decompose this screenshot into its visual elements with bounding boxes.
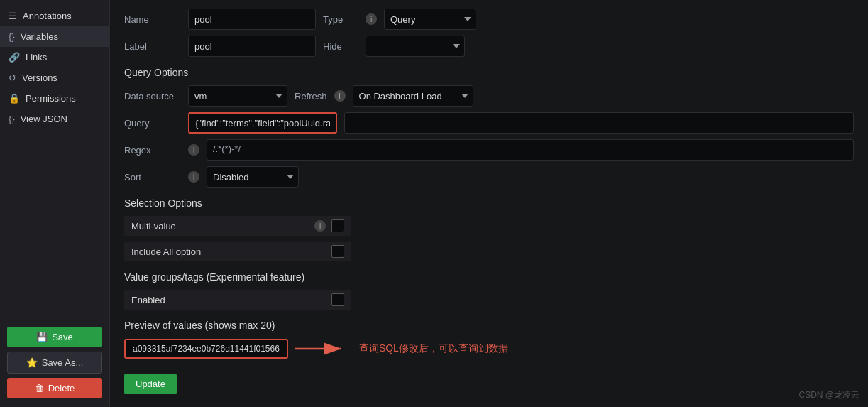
sidebar-label-variables: Variables bbox=[21, 31, 58, 42]
delete-button[interactable]: 🗑 Delete bbox=[7, 378, 102, 398]
sidebar: ☰ Annotations {} Variables 🔗 Links ↺ Ver… bbox=[0, 0, 110, 407]
sidebar-item-links[interactable]: 🔗 Links bbox=[0, 47, 109, 67]
sort-row: Sort i Disabled bbox=[124, 166, 854, 188]
query-input[interactable] bbox=[188, 112, 337, 134]
multi-value-row: Multi-value i bbox=[124, 216, 351, 236]
label-hide-row: Label Hide bbox=[124, 36, 854, 57]
multi-value-checkbox[interactable] bbox=[331, 219, 344, 232]
label-label: Label bbox=[124, 41, 181, 52]
annotations-icon: ☰ bbox=[9, 11, 17, 21]
preview-title: Preview of values (shows max 20) bbox=[124, 320, 854, 331]
sidebar-item-versions[interactable]: ↺ Versions bbox=[0, 67, 109, 88]
delete-icon: 🗑 bbox=[35, 383, 44, 394]
sidebar-item-variables[interactable]: {} Variables bbox=[0, 26, 109, 47]
save-button[interactable]: 💾 Save bbox=[7, 327, 102, 347]
enabled-label: Enabled bbox=[131, 295, 326, 305]
regex-label: Regex bbox=[124, 145, 181, 156]
sort-info-icon[interactable]: i bbox=[188, 171, 199, 183]
include-all-checkbox[interactable] bbox=[331, 245, 344, 258]
name-type-row: Name Type i Query bbox=[124, 9, 854, 30]
name-input[interactable] bbox=[188, 9, 316, 30]
query-options-title: Query Options bbox=[124, 67, 854, 78]
type-select[interactable]: Query bbox=[384, 9, 476, 30]
sort-select[interactable]: Disabled bbox=[207, 166, 299, 188]
refresh-select[interactable]: On Dashboard Load bbox=[353, 85, 473, 107]
save-icon: 💾 bbox=[36, 332, 48, 342]
hide-select[interactable] bbox=[366, 36, 465, 57]
query-extra-input[interactable] bbox=[344, 112, 854, 134]
update-button[interactable]: Update bbox=[124, 374, 177, 394]
enabled-checkbox[interactable] bbox=[331, 293, 344, 306]
regex-info-icon[interactable]: i bbox=[188, 144, 199, 156]
sidebar-item-view-json[interactable]: {} View JSON bbox=[0, 109, 109, 129]
sidebar-label-annotations: Annotations bbox=[23, 11, 72, 21]
watermark: CSDN @龙凌云 bbox=[798, 389, 859, 401]
links-icon: 🔗 bbox=[9, 52, 20, 63]
hide-label: Hide bbox=[323, 41, 358, 52]
sidebar-label-view-json: View JSON bbox=[21, 114, 67, 124]
variables-icon: {} bbox=[9, 31, 15, 42]
datasource-refresh-row: Data source vm Refresh i On Dashboard Lo… bbox=[124, 85, 854, 107]
annotation-text: 查询SQL修改后，可以查询到数据 bbox=[359, 342, 508, 355]
refresh-info-icon[interactable]: i bbox=[334, 90, 346, 102]
multi-value-label: Multi-value bbox=[131, 221, 309, 232]
red-arrow-icon bbox=[295, 338, 352, 359]
multi-value-info-icon[interactable]: i bbox=[314, 220, 326, 232]
include-all-label: Include All option bbox=[131, 246, 326, 257]
name-label: Name bbox=[124, 14, 181, 25]
sidebar-item-permissions[interactable]: 🔒 Permissions bbox=[0, 88, 109, 109]
query-row: Query bbox=[124, 112, 854, 134]
label-input[interactable] bbox=[188, 36, 316, 57]
sidebar-label-permissions: Permissions bbox=[26, 93, 76, 104]
preview-value: a093315af7234ee0b726d11441f01566 bbox=[124, 339, 288, 359]
sort-label: Sort bbox=[124, 172, 181, 183]
permissions-icon: 🔒 bbox=[9, 93, 20, 104]
save-as-icon: ⭐ bbox=[26, 357, 38, 368]
datasource-label: Data source bbox=[124, 91, 181, 102]
preview-annotation-area: a093315af7234ee0b726d11441f01566 查询SQL修改… bbox=[124, 338, 854, 359]
type-label: Type bbox=[323, 14, 358, 25]
versions-icon: ↺ bbox=[9, 72, 16, 83]
enabled-row: Enabled bbox=[124, 290, 351, 310]
refresh-label: Refresh bbox=[295, 91, 327, 102]
query-label: Query bbox=[124, 118, 181, 129]
sidebar-label-versions: Versions bbox=[22, 72, 57, 83]
regex-input[interactable]: /.*(*)-*/ bbox=[207, 139, 854, 161]
type-info-icon[interactable]: i bbox=[366, 13, 377, 25]
value-groups-title: Value groups/tags (Experimental feature) bbox=[124, 271, 854, 283]
include-all-row: Include All option bbox=[124, 242, 351, 261]
datasource-select[interactable]: vm bbox=[188, 85, 287, 107]
selection-options-title: Selection Options bbox=[124, 197, 854, 209]
save-as-button[interactable]: ⭐ Save As... bbox=[7, 352, 102, 374]
view-json-icon: {} bbox=[9, 114, 15, 124]
main-content: Name Type i Query Label Hide Query Optio… bbox=[110, 0, 868, 407]
sidebar-buttons: 💾 Save ⭐ Save As... 🗑 Delete bbox=[0, 318, 109, 407]
sidebar-item-annotations[interactable]: ☰ Annotations bbox=[0, 6, 109, 26]
regex-row: Regex i /.*(*)-*/ bbox=[124, 139, 854, 161]
sidebar-label-links: Links bbox=[26, 52, 47, 63]
